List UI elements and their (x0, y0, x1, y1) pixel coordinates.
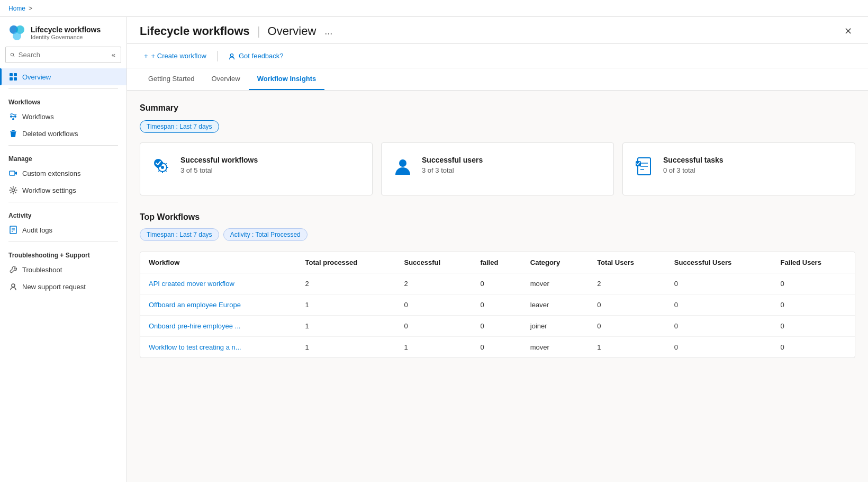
breadcrumb-sep: > (29, 5, 32, 12)
search-icon (10, 51, 15, 59)
card-successful-users: Successful users 3 of 3 total (381, 142, 614, 195)
category-cell: mover (522, 273, 589, 294)
total-processed-cell: 1 (297, 294, 396, 316)
total-processed-cell: 1 (297, 316, 396, 337)
card-info-tasks: Successful tasks 0 of 3 total (663, 156, 724, 174)
workflow-success-icon (151, 156, 172, 177)
table-row: Onboard pre-hire employee ... 1 0 0 join… (140, 316, 855, 337)
workflow-link[interactable]: API created mover workflow (140, 273, 297, 294)
sidebar-divider-4 (8, 242, 118, 242)
sidebar-troubleshoot-label: Troubleshoot (22, 266, 62, 274)
sidebar-item-custom-extensions[interactable]: Custom extensions (0, 165, 126, 182)
workflow-link[interactable]: Offboard an employee Europe (140, 294, 297, 316)
total-users-cell: 0 (589, 294, 666, 316)
sidebar-item-workflow-settings[interactable]: Workflow settings (0, 182, 126, 199)
summary-cards: Successful workflows 3 of 5 total Succes… (140, 142, 855, 195)
successful-users-cell: 0 (666, 337, 772, 358)
page-title: Overview (268, 24, 317, 38)
successful-users-cell: 0 (666, 316, 772, 337)
title-separator: | (257, 24, 260, 38)
sidebar-item-troubleshoot[interactable]: Troubleshoot (0, 261, 126, 278)
col-total-users: Total Users (589, 252, 666, 273)
workflow-link[interactable]: Workflow to test creating a n... (140, 337, 297, 358)
failed-cell: 0 (472, 273, 521, 294)
overview-icon (8, 72, 18, 82)
home-link[interactable]: Home (8, 5, 25, 12)
got-feedback-button[interactable]: Got feedback? (224, 49, 288, 63)
sidebar-header: Lifecycle workflows Identity Governance (0, 17, 126, 47)
failed-users-cell: 0 (772, 337, 855, 358)
col-total-processed: Total processed (297, 252, 396, 273)
failed-cell: 0 (472, 316, 521, 337)
search-box[interactable]: « (5, 47, 121, 63)
sidebar-divider-2 (8, 145, 118, 146)
card-info-users: Successful users 3 of 3 total (422, 156, 483, 174)
svg-rect-12 (12, 130, 15, 131)
sidebar-custom-extensions-label: Custom extensions (22, 169, 81, 177)
table-row: API created mover workflow 2 2 0 mover 2… (140, 273, 855, 294)
sidebar-item-workflows[interactable]: Workflows (0, 108, 126, 125)
svg-point-20 (12, 284, 15, 287)
col-successful-users: Successful Users (666, 252, 772, 273)
sidebar-item-new-support-request[interactable]: New support request (0, 278, 126, 295)
extension-icon (8, 168, 18, 178)
tabs: Getting Started Overview Workflow Insigh… (127, 68, 868, 91)
sidebar-overview-label: Overview (22, 73, 51, 81)
total-users-cell: 2 (589, 273, 666, 294)
svg-rect-7 (10, 77, 13, 81)
search-input[interactable] (19, 51, 107, 59)
section-label-activity: Activity (0, 206, 126, 221)
sidebar-divider-3 (8, 202, 118, 202)
table-row: Offboard an employee Europe 1 0 0 leaver… (140, 294, 855, 316)
total-processed-cell: 2 (297, 273, 396, 294)
got-feedback-label: Got feedback? (239, 52, 284, 60)
card-value-users: 3 of 3 total (422, 166, 483, 174)
sidebar-item-audit-logs[interactable]: Audit logs (0, 221, 126, 238)
failed-users-cell: 0 (772, 316, 855, 337)
col-workflow: Workflow (140, 252, 297, 273)
content-area: Summary Timespan : Last 7 days (127, 91, 868, 482)
sidebar-nav: Overview Workflows Workflows (0, 68, 126, 474)
app-subtitle: Identity Governance (31, 34, 101, 40)
svg-point-15 (12, 189, 15, 192)
card-successful-tasks: Successful tasks 0 of 3 total (622, 142, 855, 195)
activity-filter-badge[interactable]: Activity : Total Processed (223, 228, 308, 241)
category-cell: leaver (522, 294, 589, 316)
trash-icon (8, 129, 18, 138)
timespan-filter-badge[interactable]: Timespan : Last 7 days (140, 228, 219, 241)
tab-overview[interactable]: Overview (203, 68, 248, 90)
svg-point-2 (13, 32, 21, 40)
breadcrumb: Home > (0, 0, 868, 17)
create-workflow-label: + Create workflow (151, 52, 206, 60)
table-row: Workflow to test creating a n... 1 1 0 m… (140, 337, 855, 358)
workflow-link[interactable]: Onboard pre-hire employee ... (140, 316, 297, 337)
settings-icon (8, 185, 18, 195)
svg-point-10 (14, 115, 16, 118)
total-processed-cell: 1 (297, 337, 396, 358)
col-failed: failed (472, 252, 521, 273)
sidebar-item-deleted-workflows[interactable]: Deleted workflows (0, 125, 126, 142)
card-value-workflows: 3 of 5 total (180, 166, 258, 174)
successful-cell: 2 (395, 273, 472, 294)
failed-cell: 0 (472, 294, 521, 316)
successful-cell: 0 (395, 316, 472, 337)
main-title-area: Lifecycle workflows | Overview ... (140, 24, 336, 38)
tab-getting-started[interactable]: Getting Started (140, 68, 203, 90)
collapse-button[interactable]: « (111, 50, 116, 60)
total-users-cell: 0 (589, 316, 666, 337)
section-label-manage: Manage (0, 149, 126, 165)
svg-point-23 (161, 166, 164, 169)
sidebar-item-overview[interactable]: Overview (0, 68, 126, 85)
create-workflow-button[interactable]: + + Create workflow (140, 49, 211, 63)
total-users-cell: 1 (589, 337, 666, 358)
close-button[interactable]: ✕ (841, 24, 855, 38)
col-failed-users: Failed Users (772, 252, 855, 273)
more-options-button[interactable]: ... (321, 25, 336, 38)
wrench-icon (8, 265, 18, 274)
failed-users-cell: 0 (772, 294, 855, 316)
timespan-badge[interactable]: Timespan : Last 7 days (140, 120, 219, 133)
action-bar: + + Create workflow Got feedback? (127, 44, 868, 68)
tab-workflow-insights[interactable]: Workflow Insights (249, 68, 325, 90)
svg-rect-14 (10, 171, 15, 175)
sidebar-new-support-label: New support request (22, 283, 86, 291)
